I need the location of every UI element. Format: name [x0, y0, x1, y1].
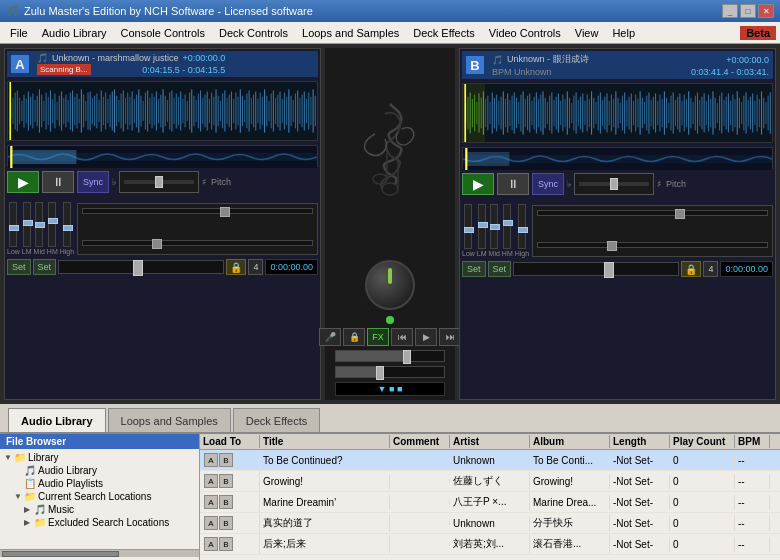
deck-b-pause-button[interactable]: ⏸	[497, 173, 529, 195]
deck-a-eq-hm[interactable]: HM	[47, 202, 58, 255]
prev-button[interactable]: ⏮	[391, 328, 413, 346]
deck-a-semitone-down[interactable]: ♭	[112, 177, 116, 187]
deck-a-set2-button[interactable]: Set	[33, 259, 57, 275]
deck-a-play-button[interactable]: ▶	[7, 171, 39, 193]
deck-a-eq-low[interactable]: Low	[7, 202, 20, 255]
load-btn-a[interactable]: A	[204, 453, 218, 467]
deck-a-crossfader[interactable]	[58, 260, 224, 274]
deck-b-lock-button[interactable]: 🔒	[681, 261, 701, 277]
tree-item-search-locations[interactable]: ▼ 📁 Current Search Locations	[12, 490, 197, 503]
deck-a-semitone-up[interactable]: ♯	[202, 177, 206, 187]
menu-view[interactable]: View	[569, 26, 605, 40]
svg-rect-41	[98, 100, 99, 122]
load-btn-a[interactable]: A	[204, 474, 218, 488]
deck-a-eq-lm[interactable]: LM	[22, 202, 32, 255]
master-volume-slider[interactable]	[335, 350, 445, 362]
deck-a-volume-fader[interactable]	[77, 203, 318, 255]
tab-deck-effects[interactable]: Deck Effects	[233, 408, 321, 432]
menu-audio-library[interactable]: Audio Library	[36, 26, 113, 40]
header-artist[interactable]: Artist	[450, 435, 530, 448]
deck-b-eq-lm[interactable]: LM	[477, 204, 487, 257]
crossfader-knob[interactable]	[365, 260, 415, 310]
header-bpm[interactable]: BPM	[735, 435, 770, 448]
svg-rect-204	[580, 97, 581, 130]
deck-b-eq-hm[interactable]: HM	[502, 204, 513, 257]
load-btn-b[interactable]: B	[219, 516, 233, 530]
svg-rect-120	[273, 90, 274, 131]
deck-a-waveform-main[interactable]	[7, 81, 318, 141]
deck-b-play-button[interactable]: ▶	[462, 173, 494, 195]
load-btn-a[interactable]: A	[204, 537, 218, 551]
deck-a-eq-mid[interactable]: Mid	[34, 202, 45, 255]
deck-b-waveform-mini[interactable]	[462, 147, 773, 169]
deck-b-waveform-main[interactable]	[462, 83, 773, 143]
mic-button[interactable]: 🎤	[319, 328, 341, 346]
table-row[interactable]: A B To Be Continued? Unknown To Be Conti…	[200, 450, 780, 471]
deck-a-set1-button[interactable]: Set	[7, 259, 31, 275]
deck-a-waveform-mini[interactable]	[7, 145, 318, 167]
deck-b-crossfader[interactable]	[513, 262, 679, 276]
svg-rect-72	[167, 100, 168, 122]
skip-button[interactable]: ⏭	[439, 328, 461, 346]
deck-b-set1-button[interactable]: Set	[462, 261, 486, 277]
deck-a-num-button[interactable]: 4	[248, 259, 263, 275]
load-btn-b[interactable]: B	[219, 474, 233, 488]
tree-item-audio-library[interactable]: 🎵 Audio Library	[12, 464, 197, 477]
deck-a-lock-button[interactable]: 🔒	[226, 259, 246, 275]
header-length[interactable]: Length	[610, 435, 670, 448]
menu-help[interactable]: Help	[606, 26, 641, 40]
menu-loops-samples[interactable]: Loops and Samples	[296, 26, 405, 40]
tree-item-excluded[interactable]: ▶ 📁 Excluded Search Locations	[22, 516, 197, 529]
deck-b-eq-low[interactable]: Low	[462, 204, 475, 257]
deck-b-set2-button[interactable]: Set	[488, 261, 512, 277]
deck-b-pitch-slider[interactable]	[574, 173, 654, 195]
center-time-display: ▼ ■ ■	[335, 382, 445, 396]
center-lock-button[interactable]: 🔒	[343, 328, 365, 346]
deck-b-semitone-down[interactable]: ♭	[567, 179, 571, 189]
deck-a-sync-button[interactable]: Sync	[77, 171, 109, 193]
tree-item-audio-playlists[interactable]: 📋 Audio Playlists	[12, 477, 197, 490]
master-pitch-slider[interactable]	[335, 366, 445, 378]
menu-deck-controls[interactable]: Deck Controls	[213, 26, 294, 40]
minimize-button[interactable]: _	[722, 4, 738, 18]
tab-audio-library[interactable]: Audio Library	[8, 408, 106, 432]
table-row[interactable]: A B 真实的道了 Unknown 分手快乐 -Not Set- 0 --	[200, 513, 780, 534]
table-row[interactable]: A B Growing! 佐藤しずく Growing! -Not Set- 0 …	[200, 471, 780, 492]
close-button[interactable]: ✕	[758, 4, 774, 18]
deck-b-semitone-up[interactable]: ♯	[657, 179, 661, 189]
menu-video-controls[interactable]: Video Controls	[483, 26, 567, 40]
table-row[interactable]: A B 后来;后来 刘若英;刘... 滚石香港... -Not Set- 0 -…	[200, 534, 780, 555]
load-btn-b[interactable]: B	[219, 537, 233, 551]
tree-item-music[interactable]: ▶ 🎵 Music	[22, 503, 197, 516]
deck-a-eq-high[interactable]: High	[60, 202, 74, 255]
header-title[interactable]: Title	[260, 435, 390, 448]
svg-rect-53	[125, 98, 126, 124]
tab-loops-samples[interactable]: Loops and Samples	[108, 408, 231, 432]
deck-a-header: A 🎵 Unknown - marshmallow justice +0:00:…	[7, 51, 318, 77]
header-comment[interactable]: Comment	[390, 435, 450, 448]
fx-button[interactable]: FX	[367, 328, 389, 346]
table-row[interactable]: A B Marine Dreamin' 八王子P ×... Marine Dre…	[200, 492, 780, 513]
deck-a-pause-button[interactable]: ⏸	[42, 171, 74, 193]
load-btn-a[interactable]: A	[204, 495, 218, 509]
svg-rect-71	[165, 96, 166, 127]
library-folder-icon: 📁	[14, 452, 26, 463]
deck-b-eq-high[interactable]: High	[515, 204, 529, 257]
menu-console-controls[interactable]: Console Controls	[115, 26, 211, 40]
deck-b-volume-fader[interactable]	[532, 205, 773, 257]
next-play-button[interactable]: ▶	[415, 328, 437, 346]
menu-deck-effects[interactable]: Deck Effects	[407, 26, 481, 40]
tree-item-library[interactable]: ▼ 📁 Library	[2, 451, 197, 464]
deck-b-sync-button[interactable]: Sync	[532, 173, 564, 195]
deck-a-pitch-slider[interactable]	[119, 171, 199, 193]
header-album[interactable]: Album	[530, 435, 610, 448]
load-btn-a[interactable]: A	[204, 516, 218, 530]
browser-scrollbar[interactable]	[0, 549, 199, 557]
deck-b-eq-mid[interactable]: Mid	[489, 204, 500, 257]
load-btn-b[interactable]: B	[219, 495, 233, 509]
header-play-count[interactable]: Play Count	[670, 435, 735, 448]
maximize-button[interactable]: □	[740, 4, 756, 18]
deck-b-num-button[interactable]: 4	[703, 261, 718, 277]
menu-file[interactable]: File	[4, 26, 34, 40]
load-btn-b[interactable]: B	[219, 453, 233, 467]
